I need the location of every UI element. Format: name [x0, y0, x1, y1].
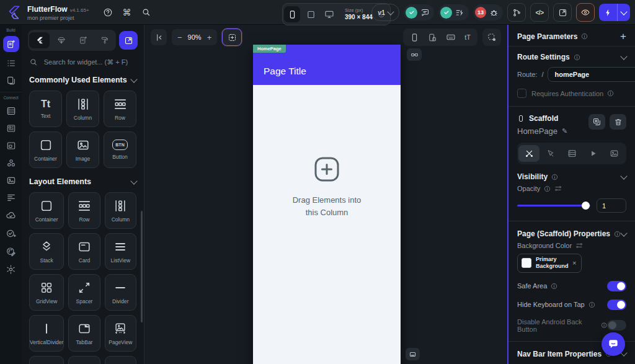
search-icon[interactable] [141, 7, 151, 17]
section-layout-elements[interactable]: Layout Elements [29, 177, 136, 186]
nav-theme-icon[interactable] [6, 246, 16, 257]
page-body-column[interactable]: Drag Elements into this Column [253, 85, 401, 218]
set-from-variable-icon[interactable] [554, 185, 562, 192]
comments-status-group[interactable] [404, 4, 434, 20]
widget-tile-row[interactable]: Row [104, 91, 136, 127]
clear-color-icon[interactable]: × [572, 259, 576, 267]
canvas-settings-button[interactable] [482, 29, 501, 46]
device-phone-button[interactable] [284, 6, 300, 22]
zoom-in-button[interactable]: + [207, 33, 212, 42]
info-icon[interactable] [581, 33, 588, 40]
route-input[interactable] [548, 67, 635, 82]
info-icon[interactable] [551, 174, 558, 180]
tab-backend[interactable] [561, 145, 582, 162]
version-selector[interactable]: v1 [371, 4, 399, 21]
nav-api-calls-icon[interactable] [6, 193, 16, 203]
device-tablet-button[interactable] [303, 6, 319, 22]
widget-tile-column[interactable]: Column [66, 91, 99, 127]
add-widget-icon[interactable] [312, 154, 342, 184]
widget-search-input[interactable] [43, 58, 136, 66]
tab-properties[interactable] [518, 145, 540, 162]
run-button[interactable] [599, 4, 630, 21]
color-swatch[interactable] [522, 258, 531, 268]
widget-tile-wrap[interactable]: Wrap [105, 356, 136, 364]
zoom-out-button[interactable]: − [177, 33, 182, 42]
widget-tile-verticaldivider[interactable]: VerticalDivider [29, 315, 64, 352]
opacity-slider[interactable] [517, 205, 590, 206]
opacity-value-input[interactable] [597, 198, 626, 213]
nav-cloud-functions-icon[interactable] [6, 210, 16, 221]
info-icon[interactable] [588, 301, 595, 308]
app-bar[interactable]: HomePage Page Title [253, 45, 401, 85]
support-chat-button[interactable] [602, 332, 625, 356]
page-parameters-header[interactable]: Page Parameters + [517, 31, 626, 42]
panel-resize-handle[interactable] [507, 25, 508, 364]
share-button[interactable] [553, 3, 572, 22]
widget-tile-spacer[interactable]: Spacer [68, 274, 100, 311]
preview-button[interactable] [576, 3, 595, 22]
info-icon[interactable] [544, 185, 551, 192]
widget-tile-card[interactable]: Card [68, 233, 100, 270]
tab-components[interactable] [51, 32, 71, 48]
widget-tile-expandable[interactable]: Expandable [68, 356, 100, 364]
widget-tile-image[interactable]: Image [66, 131, 99, 168]
collapse-panel-button[interactable] [151, 29, 167, 45]
safe-area-toggle[interactable] [607, 281, 626, 291]
keyboard-toggle-icon[interactable] [446, 32, 456, 42]
scaffold-name[interactable]: HomePage [517, 127, 557, 136]
page-properties-header[interactable]: Page (Scaffold) Properties [517, 229, 626, 238]
set-from-variable-icon[interactable] [575, 242, 583, 249]
navigation-connector-button[interactable] [407, 48, 422, 61]
nav-media-assets-icon[interactable] [6, 175, 16, 185]
widget-tile-tabbar[interactable]: TabBar [68, 315, 100, 352]
nav-page-builder[interactable] [3, 36, 19, 52]
phone-frame-toggle-icon[interactable] [410, 33, 419, 42]
phone-mockup[interactable]: HomePage Page Title Drag Elements into t… [253, 45, 401, 364]
widget-tile-row[interactable]: Row [68, 192, 100, 229]
widget-tile-container[interactable]: Container [29, 131, 62, 168]
info-icon[interactable] [614, 231, 621, 237]
widget-tile-gridview[interactable]: GridView [29, 274, 64, 311]
disable-back-toggle[interactable] [607, 320, 626, 331]
device-preview-toggle-icon[interactable] [428, 33, 437, 42]
nav-database-icon[interactable] [6, 106, 16, 116]
info-icon[interactable] [574, 54, 580, 61]
open-widget-palette-button[interactable] [119, 31, 138, 50]
page-tag[interactable]: HomePage [253, 45, 286, 53]
tab-animations[interactable] [582, 145, 603, 162]
command-palette-icon[interactable]: ⌘ [123, 7, 131, 17]
help-icon[interactable] [103, 7, 113, 17]
section-commonly-used[interactable]: Commonly Used Elements [29, 76, 136, 84]
run-options-dropdown[interactable] [617, 4, 630, 21]
tab-actions[interactable] [540, 145, 561, 162]
widget-tile-text[interactable]: TtText [29, 91, 62, 127]
widget-tile-divider[interactable]: Divider [105, 274, 136, 311]
nav-integrations-icon[interactable] [6, 158, 16, 168]
canvas-ai-button[interactable] [222, 29, 242, 46]
widget-panel-scrollbar[interactable] [141, 211, 143, 322]
add-parameter-button[interactable]: + [620, 31, 626, 42]
duplicate-widget-button[interactable] [588, 114, 605, 130]
widget-tile-container[interactable]: Container [29, 192, 64, 229]
project-name[interactable]: mon premier projet [27, 15, 89, 21]
hide-keyboard-toggle[interactable] [607, 300, 626, 310]
route-settings-header[interactable]: Route Settings [517, 53, 626, 61]
branch-button[interactable] [507, 3, 526, 22]
nav-custom-code-icon[interactable] [6, 76, 16, 86]
widget-tile-carousel[interactable]: Carousel [29, 356, 64, 364]
device-desktop-button[interactable] [321, 6, 337, 22]
widget-tile-listview[interactable]: ListView [105, 233, 136, 270]
appbar-title[interactable]: Page Title [264, 66, 306, 77]
issues-group[interactable]: 13 [473, 4, 503, 20]
nav-storage-icon[interactable] [6, 141, 16, 151]
requires-auth-checkbox[interactable] [517, 89, 526, 98]
widget-tile-pageview[interactable]: PageView [105, 315, 136, 352]
tab-templates[interactable] [73, 32, 93, 48]
nav-app-values-icon[interactable] [6, 58, 16, 68]
nav-settings-gear-icon[interactable] [6, 264, 16, 275]
view-code-button[interactable]: </> [530, 3, 549, 22]
canvas-frame-button[interactable] [406, 348, 420, 360]
tab-theme-widgets[interactable] [94, 32, 115, 48]
info-icon[interactable] [551, 283, 557, 290]
widget-tile-button[interactable]: BTNButton [104, 131, 136, 168]
